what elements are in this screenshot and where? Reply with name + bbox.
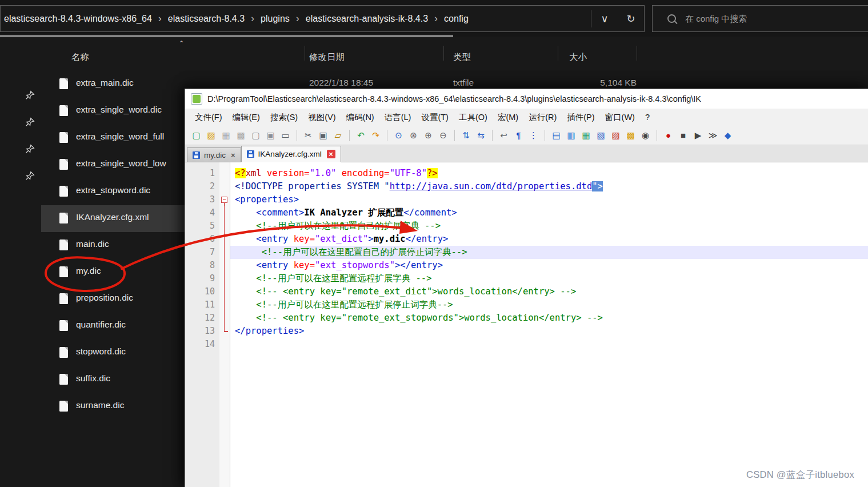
code-line[interactable]: 6 <entry key="ext_dict">my.dic</entry>: [185, 233, 868, 246]
open-folder-icon[interactable]: ▨: [205, 129, 218, 142]
function-list-icon[interactable]: ▤: [550, 129, 563, 142]
file-icon: [59, 132, 68, 143]
code-line[interactable]: 7 <!--用户可以在这里配置自己的扩展停止词字典-->: [185, 246, 868, 259]
breadcrumb-item-config[interactable]: config: [444, 14, 469, 24]
paste-icon[interactable]: ▱: [331, 129, 345, 142]
menu-item-7[interactable]: 工具(O): [454, 110, 493, 125]
fold-marker[interactable]: [219, 312, 230, 325]
code-line[interactable]: 14: [185, 338, 868, 351]
fold-marker[interactable]: [219, 193, 230, 206]
cut-icon[interactable]: ✂: [302, 129, 315, 142]
menu-item-2[interactable]: 搜索(S): [265, 110, 303, 125]
editor[interactable]: 1<?xml version="1.0" encoding="UTF-8"?>2…: [185, 162, 868, 487]
code-line[interactable]: 11 <!--用户可以在这里配置远程扩展停止词字典-->: [185, 298, 868, 312]
start-recording-icon[interactable]: ●: [662, 129, 675, 142]
tab-ikanalyzer-cfg-xml[interactable]: IKAnalyzer.cfg.xml×: [241, 146, 341, 162]
code-line[interactable]: 5 <!--用户可以在这里配置自己的扩展字典 -->: [185, 219, 868, 233]
address-box[interactable]: elasticsearch-8.4.3-windows-x86_64›elast…: [0, 5, 645, 32]
show-all-characters-icon[interactable]: ¶: [512, 129, 525, 142]
replace-icon[interactable]: ⊛: [407, 129, 420, 142]
file-browser-icon[interactable]: ▩: [624, 129, 637, 142]
menu-item-6[interactable]: 设置(T): [416, 110, 454, 125]
tab-close-icon[interactable]: ×: [231, 151, 235, 159]
code-line[interactable]: 10 <!-- <entry key="remote_ext_dict">wor…: [185, 285, 868, 298]
column-header-label: 类型: [453, 52, 471, 62]
close-icon[interactable]: ▢: [249, 129, 262, 142]
stop-recording-icon[interactable]: ■: [677, 129, 690, 142]
breadcrumb-item-elasticsearch-8-4-3-windows-x86-64[interactable]: elasticsearch-8.4.3-windows-x86_64: [4, 14, 152, 24]
menu-item-8[interactable]: 宏(M): [493, 110, 523, 125]
code-line[interactable]: 4 <comment>IK Analyzer 扩展配置</comment>: [185, 206, 868, 219]
fold-marker[interactable]: [219, 272, 230, 285]
fold-marker[interactable]: [219, 233, 230, 246]
redo-icon[interactable]: ↷: [369, 129, 382, 142]
pinned-item-icon[interactable]: [25, 90, 35, 101]
save-macro-icon[interactable]: ◆: [721, 129, 734, 142]
notepad-titlebar[interactable]: D:\ProgramTool\Elasticsearch\elasticsear…: [185, 89, 868, 109]
run-macro-multiple-icon[interactable]: ≫: [706, 129, 719, 142]
indent-guide-icon[interactable]: ⋮: [527, 129, 540, 142]
code-line[interactable]: 13</properties>: [185, 325, 868, 338]
document-list-icon[interactable]: ▦: [579, 129, 593, 142]
fold-marker[interactable]: [219, 325, 230, 338]
undo-icon[interactable]: ↶: [354, 129, 367, 142]
user-defined-language-icon[interactable]: ▨: [609, 129, 622, 142]
tab-my-dic[interactable]: my.dic×: [187, 147, 241, 162]
code-line[interactable]: 3<properties>: [185, 193, 868, 206]
code-line[interactable]: 8 <entry key="ext_stopwords"></entry>: [185, 259, 868, 272]
breadcrumb-item-elasticsearch-8-4-3[interactable]: elasticsearch-8.4.3: [168, 14, 245, 24]
pinned-item-icon[interactable]: [25, 171, 35, 181]
fold-marker[interactable]: [219, 219, 230, 233]
code-line[interactable]: 1<?xml version="1.0" encoding="UTF-8"?>: [185, 167, 868, 180]
word-wrap-icon[interactable]: ↩: [497, 129, 510, 142]
menu-item-10[interactable]: 插件(P): [562, 110, 599, 125]
refresh-icon[interactable]: ↻: [618, 13, 644, 25]
monitoring-icon[interactable]: ◉: [639, 129, 652, 142]
print-icon[interactable]: ▭: [279, 129, 292, 142]
pinned-item-icon[interactable]: [25, 117, 35, 127]
menu-item-5[interactable]: 语言(L): [379, 110, 417, 125]
menu-item-3[interactable]: 视图(V): [303, 110, 341, 125]
search-box[interactable]: [652, 5, 868, 32]
column-header-type[interactable]: 类型: [453, 51, 471, 63]
menu-item-0[interactable]: 文件(F): [190, 110, 227, 125]
fold-marker[interactable]: [219, 246, 230, 259]
fold-marker[interactable]: [219, 206, 230, 219]
sync-vertical-scroll-icon[interactable]: ⇅: [459, 129, 473, 142]
breadcrumb-item-elasticsearch-analysis-ik-8-4-3[interactable]: elasticsearch-analysis-ik-8.4.3: [306, 14, 428, 24]
breadcrumb: elasticsearch-8.4.3-windows-x86_64›elast…: [1, 13, 591, 25]
code-line[interactable]: 12 <!-- <entry key="remote_ext_stopwords…: [185, 312, 868, 325]
menu-item-4[interactable]: 编码(N): [341, 110, 379, 125]
document-map-icon[interactable]: ▥: [565, 129, 578, 142]
new-file-icon[interactable]: ▢: [190, 129, 203, 142]
pinned-item-icon[interactable]: [25, 144, 35, 154]
code-text: <!--用户可以在这里配置远程扩展停止词字典-->: [230, 298, 868, 312]
fold-marker[interactable]: [219, 298, 230, 312]
close-all-icon[interactable]: ▣: [264, 129, 277, 142]
code-line[interactable]: 2<!DOCTYPE properties SYSTEM "http://jav…: [185, 180, 868, 193]
search-input[interactable]: [684, 13, 852, 24]
save-all-icon[interactable]: ▩: [234, 129, 247, 142]
menu-item-1[interactable]: 编辑(E): [227, 110, 265, 125]
copy-icon[interactable]: ▣: [317, 129, 330, 142]
column-header-date[interactable]: 修改日期: [309, 51, 345, 63]
find-icon[interactable]: ⊙: [392, 129, 405, 142]
sync-horizontal-scroll-icon[interactable]: ⇆: [474, 129, 487, 142]
line-number: 11: [185, 298, 219, 312]
menu-item-9[interactable]: 运行(R): [523, 110, 562, 125]
fold-marker[interactable]: [219, 285, 230, 298]
menu-item-12[interactable]: ?: [640, 110, 655, 124]
save-icon[interactable]: ▦: [219, 129, 233, 142]
tab-close-icon[interactable]: ×: [327, 150, 335, 158]
column-header-size[interactable]: 大小: [569, 51, 587, 63]
fold-marker[interactable]: [219, 259, 230, 272]
zoom-in-icon[interactable]: ⊕: [422, 129, 435, 142]
zoom-out-icon[interactable]: ⊖: [437, 129, 450, 142]
folder-as-workspace-icon[interactable]: ▧: [594, 129, 607, 142]
playback-macro-icon[interactable]: ▶: [691, 129, 705, 142]
menu-item-11[interactable]: 窗口(W): [600, 110, 640, 125]
column-header-name[interactable]: ˆ名称: [71, 51, 89, 63]
code-line[interactable]: 9 <!--用户可以在这里配置远程扩展字典 -->: [185, 272, 868, 285]
address-dropdown-icon[interactable]: ∨: [591, 13, 618, 25]
breadcrumb-item-plugins[interactable]: plugins: [261, 14, 290, 24]
